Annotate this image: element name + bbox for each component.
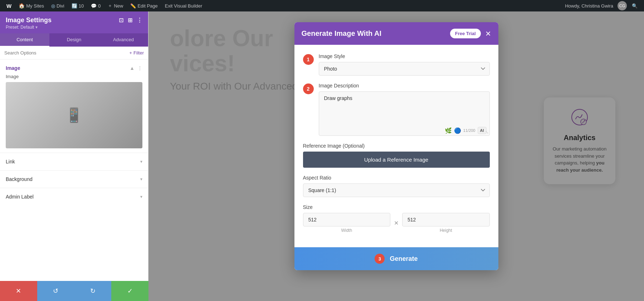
more-icon[interactable]: ⋮ (137, 17, 142, 24)
free-trial-badge[interactable]: Free Trial (450, 29, 481, 38)
preset-label: Preset: Default ▾ (6, 25, 142, 30)
link-section: Link ▾ (0, 153, 148, 170)
edit-page-menu[interactable]: ✏️ Edit Page (127, 0, 161, 11)
admin-label-section-header[interactable]: Admin Label ▾ (0, 188, 148, 205)
image-style-label: Image Style (319, 53, 490, 59)
admin-label-chevron-icon: ▾ (140, 194, 142, 199)
comments-menu[interactable]: 🔄 10 (68, 0, 87, 11)
undo-button[interactable]: ↺ (37, 281, 74, 301)
search-input[interactable] (4, 50, 127, 56)
modal-header-right: Free Trial ✕ (450, 29, 491, 38)
edit-icon: ✏️ (130, 3, 136, 9)
emoji-button2[interactable]: 🔵 (454, 127, 461, 134)
panel-title-text: Image Settings (6, 16, 52, 24)
height-input[interactable] (402, 213, 490, 226)
step2-row: 2 Image Description Draw graphs 🌿 🔵 11/2… (303, 83, 490, 136)
upload-reference-button[interactable]: Upload a Reference Image (303, 152, 490, 168)
emoji-button1[interactable]: 🌿 (445, 127, 452, 134)
image-section-header: Image ▲ ⋮ (0, 59, 148, 74)
bottom-action-bar: ✕ ↺ ↻ ✓ (0, 281, 148, 301)
textarea-toolbar: 🌿 🔵 11/200 AI (319, 125, 489, 135)
modal-overlay: Generate Image With AI Free Trial ✕ 1 Im… (148, 11, 644, 301)
redo-button[interactable]: ↻ (74, 281, 112, 301)
description-textarea[interactable]: Draw graphs (319, 92, 489, 124)
user-greeting[interactable]: Howdy, Christina Gwira (562, 3, 616, 9)
layout-icon[interactable]: ⊞ (128, 17, 132, 24)
step2-content: Image Description Draw graphs 🌿 🔵 11/200… (319, 83, 490, 136)
tab-content[interactable]: Content (0, 33, 49, 47)
link-section-header[interactable]: Link ▾ (0, 153, 148, 170)
main-content: olore Our vices! Your ROI with Our Advan… (148, 11, 644, 301)
comments-count-menu[interactable]: 💬 0 (87, 0, 104, 11)
redo-icon: ↻ (90, 287, 96, 295)
search-bar-icon[interactable]: 🔍 (628, 3, 641, 9)
wordpress-icon: W (6, 3, 11, 9)
home-icon: 🏠 (19, 3, 25, 9)
resize-handle: ⤡ (485, 130, 489, 135)
step1-badge: 1 (303, 54, 314, 65)
panel-body: Image ▲ ⋮ Image 📱 Link ▾ Background ▾ Ad… (0, 59, 148, 301)
width-input[interactable] (303, 213, 391, 226)
new-menu[interactable]: ＋ New (104, 0, 127, 11)
modal-body: 1 Image Style Photo Illustration Cartoon… (294, 45, 498, 247)
panel-header: Image Settings ⊡ ⊞ ⋮ Preset: Default ▾ (0, 11, 148, 33)
aspect-ratio-select[interactable]: Square (1:1) Landscape (16:9) Portrait (… (303, 183, 490, 197)
cancel-button[interactable]: ✕ (0, 281, 37, 301)
admin-label-section-title: Admin Label (6, 194, 34, 200)
plus-icon: ＋ (108, 3, 112, 9)
link-chevron-icon: ▾ (140, 159, 142, 164)
background-section-title: Background (6, 176, 33, 182)
width-label: Width (303, 228, 391, 233)
cancel-icon: ✕ (16, 287, 21, 295)
background-section-header[interactable]: Background ▾ (0, 171, 148, 188)
step2-badge: 2 (303, 83, 314, 94)
divi-menu[interactable]: ◎ Divi (48, 0, 68, 11)
search-bar: + Filter (0, 47, 148, 59)
image-preview[interactable]: 📱 (6, 82, 142, 148)
image-style-select[interactable]: Photo Illustration Cartoon 3D Render Pai… (319, 62, 490, 76)
reference-image-group: Reference Image (Optional) Upload a Refe… (303, 143, 490, 168)
collapse-icon[interactable]: ▲ (130, 65, 135, 71)
size-x-separator: ✕ (394, 220, 399, 226)
divi-icon: ◎ (51, 3, 55, 9)
description-textarea-wrapper: Draw graphs 🌿 🔵 11/200 AI ⤡ (319, 91, 490, 136)
link-section-title: Link (6, 159, 15, 164)
step1-row: 1 Image Style Photo Illustration Cartoon… (303, 53, 490, 76)
height-label: Height (402, 228, 490, 233)
image-description-group: 2 Image Description Draw graphs 🌿 🔵 11/2… (303, 83, 490, 136)
avatar: CG (618, 1, 627, 10)
aspect-ratio-group: Aspect Ratio Square (1:1) Landscape (16:… (303, 175, 490, 197)
search-icon: 🔍 (632, 3, 638, 9)
aspect-ratio-label: Aspect Ratio (303, 175, 490, 181)
background-section: Background ▾ (0, 170, 148, 188)
exit-builder-menu[interactable]: Exit Visual Builder (161, 0, 206, 11)
panel-tabs: Content Design Advanced (0, 33, 148, 47)
height-input-wrap: Height (402, 213, 490, 233)
admin-bar-right: Howdy, Christina Gwira CG 🔍 (562, 1, 641, 10)
filter-button[interactable]: + Filter (130, 50, 144, 56)
tab-design[interactable]: Design (49, 33, 99, 47)
section-more-icon[interactable]: ⋮ (137, 65, 142, 71)
width-input-wrap: Width (303, 213, 391, 233)
image-label: Image (0, 74, 148, 82)
background-chevron-icon: ▾ (140, 177, 142, 182)
confirm-button[interactable]: ✓ (111, 281, 148, 301)
admin-bar: W 🏠 My Sites ◎ Divi 🔄 10 💬 0 ＋ New ✏️ Ed… (0, 0, 644, 11)
wp-icon[interactable]: W (3, 0, 15, 11)
comment-icon: 💬 (91, 3, 97, 9)
char-count: 11/200 (463, 128, 475, 133)
generate-label: Generate (390, 255, 418, 263)
modal-header: Generate Image With AI Free Trial ✕ (294, 22, 498, 45)
step1-content: Image Style Photo Illustration Cartoon 3… (319, 53, 490, 76)
reference-label: Reference Image (Optional) (303, 143, 490, 149)
panel-title-row: Image Settings ⊡ ⊞ ⋮ (6, 16, 142, 24)
my-sites-menu[interactable]: 🏠 My Sites (15, 0, 48, 11)
image-style-group: 1 Image Style Photo Illustration Cartoon… (303, 53, 490, 76)
settings-icon[interactable]: ⊡ (119, 17, 123, 24)
section-icons: ▲ ⋮ (130, 65, 142, 71)
modal-close-button[interactable]: ✕ (485, 30, 491, 37)
generate-button[interactable]: 3 Generate (294, 247, 498, 270)
left-panel: Image Settings ⊡ ⊞ ⋮ Preset: Default ▾ C… (0, 11, 148, 301)
image-section-title: Image (6, 65, 20, 71)
tab-advanced[interactable]: Advanced (99, 33, 148, 47)
